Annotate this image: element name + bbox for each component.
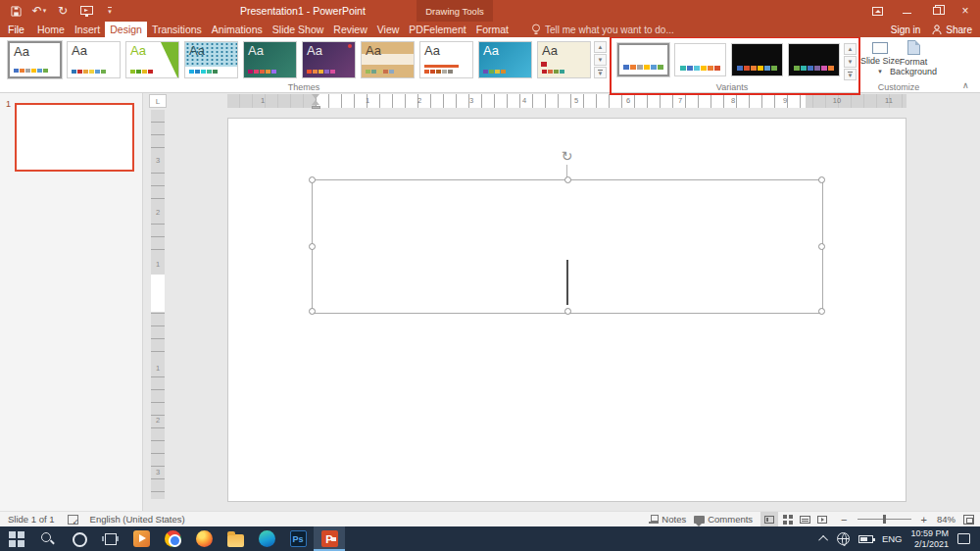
theme-thumbnail-3[interactable]: Aa <box>125 41 179 78</box>
slide-thumbnail[interactable] <box>15 103 134 172</box>
title-bar: ↶▾ ↻ ▾ Presentation1 - PowerPoint Drawin… <box>0 0 980 22</box>
tab-format[interactable]: Format <box>471 22 514 37</box>
undo-dropdown-icon[interactable]: ▾ <box>43 7 47 15</box>
theme-thumbnail-10[interactable]: Aa <box>537 41 591 78</box>
taskbar-media-player-button[interactable] <box>125 526 157 551</box>
slideshow-view-button[interactable] <box>813 512 831 526</box>
taskbar-edge-button[interactable] <box>251 526 282 551</box>
slide-sorter-view-button[interactable] <box>778 512 796 526</box>
keyboard-language-indicator[interactable]: ENG <box>882 533 903 544</box>
close-button[interactable]: × <box>951 0 980 22</box>
taskbar-start-button-button[interactable] <box>0 526 31 551</box>
color-swatch <box>623 65 629 70</box>
ruler-number: 1 <box>151 260 165 269</box>
minimize-button[interactable] <box>892 0 921 22</box>
variants-more-button[interactable]: ▼ <box>844 69 857 80</box>
indent-marker[interactable] <box>312 94 320 108</box>
selection-handle-6[interactable] <box>309 308 316 315</box>
themes-more-button[interactable]: ▼ <box>594 67 607 78</box>
color-swatch <box>72 70 76 74</box>
ribbon-display-options-button[interactable] <box>862 0 892 22</box>
taskbar-powerpoint-button[interactable]: P <box>314 526 345 551</box>
theme-thumbnail-1[interactable]: Aa <box>8 41 62 78</box>
variant-thumbnail-4[interactable] <box>788 43 840 76</box>
tab-file[interactable]: File <box>0 22 32 37</box>
tab-slide-show[interactable]: Slide Show <box>268 22 329 37</box>
tab-transitions[interactable]: Transitions <box>147 22 207 37</box>
zoom-out-button[interactable]: − <box>839 514 849 526</box>
selection-handle-5[interactable] <box>818 243 825 250</box>
ruler-number: 2 <box>151 416 165 425</box>
tab-pdfelement[interactable]: PDFelement <box>404 22 470 37</box>
spell-check-icon[interactable] <box>67 514 78 525</box>
restore-button[interactable] <box>921 0 951 22</box>
tab-animations[interactable]: Animations <box>207 22 268 37</box>
rotate-handle[interactable]: ↻ <box>559 149 575 165</box>
tab-insert[interactable]: Insert <box>70 22 105 37</box>
theme-thumbnail-6[interactable]: Aa <box>302 41 356 78</box>
variants-scroll-down-button[interactable]: ▼ <box>844 56 857 68</box>
theme-thumbnail-5[interactable]: Aa <box>243 41 297 78</box>
language-indicator[interactable]: English (United States) <box>90 514 185 525</box>
selection-handle-4[interactable] <box>309 243 316 250</box>
themes-scroll-down-button[interactable]: ▼ <box>594 54 607 66</box>
share-button[interactable]: Share <box>932 25 972 35</box>
start-slideshow-button[interactable] <box>74 0 98 22</box>
clock[interactable]: 10:59 PM 2/1/2021 <box>910 528 949 549</box>
tell-me-box[interactable]: Tell me what you want to do... <box>531 22 674 37</box>
theme-thumbnail-7[interactable]: Aa <box>361 41 415 78</box>
comments-button[interactable]: Comments <box>694 514 753 525</box>
selection-handle-3[interactable] <box>818 176 825 183</box>
tab-review[interactable]: Review <box>328 22 371 37</box>
variant-thumbnail-3[interactable] <box>731 43 783 76</box>
zoom-level[interactable]: 84% <box>937 514 956 525</box>
theme-sample-text: Aa <box>14 44 29 59</box>
zoom-slider[interactable] <box>858 519 911 520</box>
color-swatch <box>95 70 100 74</box>
taskbar-search-button[interactable] <box>31 526 63 551</box>
selection-handle-7[interactable] <box>564 308 571 315</box>
taskbar-firefox-button[interactable] <box>188 526 220 551</box>
tab-home[interactable]: Home <box>32 22 70 37</box>
network-globe-icon[interactable] <box>837 532 850 545</box>
undo-button[interactable]: ↶▾ <box>27 0 51 22</box>
variant-color-strip <box>619 65 667 70</box>
theme-thumbnail-4[interactable]: Aa <box>184 41 238 78</box>
customize-group-label: Customize <box>855 82 943 92</box>
reading-view-button[interactable] <box>796 512 813 526</box>
normal-view-button[interactable] <box>760 512 778 526</box>
taskbar-chrome-button[interactable] <box>157 526 188 551</box>
taskbar-task-view-button[interactable] <box>94 526 125 551</box>
customize-quick-access-button[interactable]: ▾ <box>98 0 122 22</box>
zoom-slider-thumb[interactable] <box>883 515 886 524</box>
taskbar-photoshop-button[interactable]: Ps <box>282 526 314 551</box>
variant-thumbnail-2[interactable] <box>674 43 726 76</box>
tab-design[interactable]: Design <box>105 22 147 37</box>
theme-thumbnail-2[interactable]: Aa <box>67 41 121 78</box>
themes-scroll-up-button[interactable]: ▲ <box>594 41 607 53</box>
save-button[interactable] <box>4 0 27 22</box>
format-background-button[interactable]: Format Background <box>892 40 935 76</box>
notes-button[interactable]: Notes <box>649 514 686 525</box>
sign-in-button[interactable]: Sign in <box>891 25 921 35</box>
taskbar-file-explorer-button[interactable] <box>220 526 251 551</box>
collapse-ribbon-button[interactable]: ∧ <box>962 80 969 90</box>
variant-thumbnail-1[interactable] <box>617 43 669 76</box>
taskbar-icons: PsP <box>0 526 345 551</box>
selection-handle-8[interactable] <box>818 308 825 315</box>
action-center-icon[interactable] <box>957 533 970 544</box>
selection-handle-2[interactable] <box>564 176 571 183</box>
battery-icon[interactable] <box>858 535 873 543</box>
selection-handle-1[interactable] <box>309 176 316 183</box>
tab-view[interactable]: View <box>372 22 405 37</box>
redo-button[interactable]: ↻ <box>51 0 74 22</box>
zoom-in-button[interactable]: + <box>919 514 929 526</box>
variants-scroll-up-button[interactable]: ▲ <box>844 43 857 55</box>
horizontal-ruler: 11234567891011 <box>227 94 906 108</box>
theme-thumbnail-8[interactable]: Aa <box>419 41 473 78</box>
color-swatch <box>195 70 200 74</box>
tray-expand-icon[interactable] <box>818 535 828 545</box>
theme-thumbnail-9[interactable]: Aa <box>478 41 532 78</box>
taskbar-cortana-button[interactable] <box>63 526 94 551</box>
fit-slide-to-window-button[interactable] <box>963 515 974 525</box>
